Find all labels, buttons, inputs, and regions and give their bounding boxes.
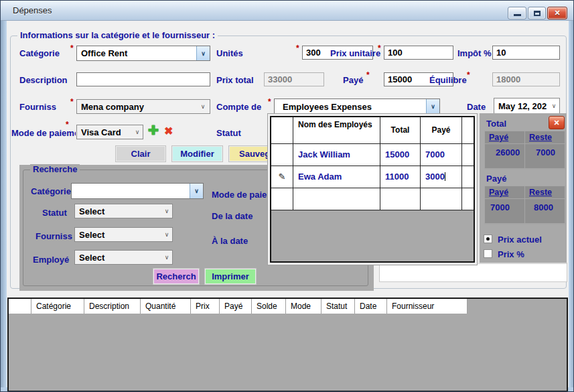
summary-paye-reste-value: 8000 bbox=[525, 199, 565, 224]
prix-total-label: Prix total bbox=[216, 75, 254, 85]
table-row-new[interactable] bbox=[271, 188, 474, 210]
recherche-employe-combobox[interactable]: Select ∨ bbox=[74, 250, 173, 265]
modifier-button[interactable]: Modifier bbox=[172, 146, 222, 161]
chevron-down-icon: ∨ bbox=[165, 254, 169, 261]
recherche-categorie-combobox-value bbox=[72, 184, 190, 198]
table-row[interactable]: Jack William 15000 7000 bbox=[271, 144, 474, 166]
row-selector[interactable]: ✎ bbox=[271, 166, 293, 188]
required-asterisk: * bbox=[378, 44, 381, 53]
minimize-button[interactable] bbox=[508, 7, 526, 19]
prix-actuel-radio[interactable] bbox=[484, 235, 492, 243]
header-filler bbox=[468, 299, 567, 314]
categorie-combobox[interactable]: Office Rent ∨ bbox=[76, 46, 210, 61]
col-header[interactable]: Mode bbox=[286, 299, 321, 314]
recherche-groupbox-legend: Recherche bbox=[30, 164, 80, 174]
summary-total-reste-value: 7000 bbox=[525, 144, 565, 169]
cell-paye[interactable]: 3000 bbox=[421, 166, 462, 188]
cell-name[interactable]: Jack William bbox=[293, 144, 380, 166]
cell-total[interactable]: 15000 bbox=[380, 144, 421, 166]
compte-de-combobox[interactable]: Employees Expenses ∨ bbox=[274, 99, 440, 115]
fourniss-combobox[interactable]: Mena company ∨ bbox=[76, 99, 210, 114]
col-header-paye[interactable]: Payé bbox=[421, 117, 462, 143]
delete-payment-mode-icon[interactable]: ✖ bbox=[164, 125, 173, 137]
col-header[interactable]: Catégorie bbox=[31, 299, 84, 314]
close-button[interactable]: ✕ bbox=[547, 7, 567, 19]
summary-total-col-paye: Payé bbox=[485, 131, 525, 144]
window-border-right bbox=[569, 21, 574, 392]
dropdown-button[interactable]: ∨ bbox=[161, 204, 172, 218]
table-row[interactable]: ✎ Ewa Adam 11000 3000 bbox=[271, 166, 474, 188]
compte-de-combobox-value: Employees Expenses bbox=[275, 99, 426, 114]
recherche-categorie-combobox[interactable]: ∨ bbox=[71, 183, 204, 199]
required-asterisk: * bbox=[296, 44, 299, 53]
prix-total-input bbox=[264, 72, 324, 86]
recherche-button[interactable]: Recherch bbox=[153, 269, 199, 284]
prix-unitaire-input[interactable] bbox=[384, 46, 453, 60]
summary-total-title: Total bbox=[486, 119, 506, 129]
notes-textbox[interactable] bbox=[379, 263, 567, 282]
col-header[interactable]: Payé bbox=[220, 299, 252, 314]
summary-panel: ✕ Total Payé Reste 26000 7000 Payé Payé … bbox=[478, 113, 567, 264]
dropdown-button[interactable]: ∨ bbox=[549, 99, 559, 113]
dropdown-button[interactable]: ∨ bbox=[196, 100, 210, 113]
cell-paye[interactable] bbox=[421, 188, 462, 210]
summary-total-col-reste: Reste bbox=[525, 131, 565, 144]
col-header[interactable]: Date bbox=[355, 299, 387, 314]
col-header[interactable]: Description bbox=[84, 299, 141, 314]
col-header[interactable]: Statut bbox=[321, 299, 355, 314]
cell-paye[interactable]: 7000 bbox=[421, 144, 462, 166]
info-groupbox-legend: Informations sur la catégorie et le four… bbox=[17, 30, 218, 40]
description-input[interactable] bbox=[76, 72, 210, 86]
mode-paiement-combobox-value: Visa Card bbox=[77, 125, 132, 139]
mode-paiement-combobox[interactable]: Visa Card ∨ bbox=[76, 125, 143, 139]
col-header-nom[interactable]: Nom des Employés bbox=[293, 117, 380, 143]
chevron-down-icon: ∨ bbox=[201, 103, 206, 110]
col-header[interactable]: Prix bbox=[191, 299, 220, 314]
dropdown-button[interactable]: ∨ bbox=[190, 184, 203, 198]
chevron-down-icon: ∨ bbox=[552, 103, 557, 109]
cell-name[interactable] bbox=[293, 188, 380, 210]
cell-total[interactable]: 11000 bbox=[380, 166, 421, 188]
a-la-date-label: À la date bbox=[212, 236, 248, 246]
recherche-fourniss-combobox[interactable]: Select ∨ bbox=[74, 227, 173, 242]
recherche-mode-label: Mode de paiem bbox=[212, 190, 275, 200]
col-header[interactable]: Fournisseur bbox=[387, 299, 468, 314]
cell-total[interactable] bbox=[380, 188, 421, 210]
impot-label: Impôt % bbox=[457, 48, 492, 58]
prix-pct-label: Prix % bbox=[498, 249, 524, 259]
dropdown-button[interactable]: ∨ bbox=[161, 251, 172, 264]
add-payment-mode-icon[interactable]: ✚ bbox=[148, 123, 159, 138]
dropdown-button[interactable]: ∨ bbox=[426, 99, 439, 114]
clair-button[interactable]: Clair bbox=[116, 146, 165, 161]
employees-grid-header: Nom des Employés Total Payé bbox=[271, 117, 474, 144]
col-header[interactable]: Quantité bbox=[141, 299, 191, 314]
dropdown-button[interactable]: ∨ bbox=[132, 125, 143, 139]
grid-empty-area bbox=[271, 210, 474, 261]
dropdown-button[interactable]: ∨ bbox=[196, 46, 210, 60]
chevron-down-icon: ∨ bbox=[135, 129, 140, 135]
imprimer-button[interactable]: Imprimer bbox=[205, 269, 256, 284]
date-picker[interactable]: May 12, 202 ∨ bbox=[494, 98, 560, 114]
recherche-statut-combobox[interactable]: Select ∨ bbox=[74, 204, 173, 218]
summary-total-paye-value: 26000 bbox=[485, 144, 525, 169]
header-filler bbox=[462, 117, 474, 143]
categorie-combobox-value: Office Rent bbox=[77, 46, 196, 60]
expenses-window: Dépenses ✕ Informations sur la catégorie… bbox=[0, 0, 574, 392]
impot-input[interactable] bbox=[492, 46, 560, 60]
title-bar: Dépenses ✕ bbox=[1, 1, 574, 21]
maximize-button[interactable] bbox=[528, 7, 546, 19]
row-filler bbox=[462, 188, 474, 210]
dropdown-button[interactable]: ∨ bbox=[161, 228, 172, 241]
row-selector[interactable] bbox=[271, 144, 293, 166]
col-header-total[interactable]: Total bbox=[380, 117, 421, 143]
cell-name[interactable]: Ewa Adam bbox=[293, 166, 380, 188]
employees-grid: Nom des Employés Total Payé Jack William… bbox=[270, 116, 475, 263]
chevron-down-icon: ∨ bbox=[194, 188, 199, 194]
recherche-employe-label: Employé bbox=[33, 255, 69, 265]
col-header[interactable]: Solde bbox=[252, 299, 286, 314]
row-selector[interactable] bbox=[271, 188, 293, 210]
popup-close-button[interactable]: ✕ bbox=[549, 116, 565, 129]
prix-pct-radio[interactable] bbox=[484, 249, 492, 258]
results-grid[interactable]: Catégorie Description Quantité Prix Payé… bbox=[7, 298, 568, 392]
de-la-date-label: De la date bbox=[212, 211, 253, 221]
